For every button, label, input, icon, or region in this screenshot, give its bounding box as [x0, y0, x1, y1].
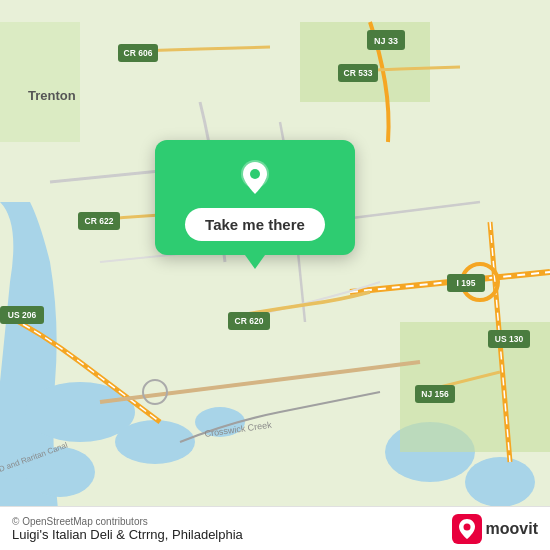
svg-text:US 206: US 206	[8, 310, 37, 320]
svg-text:CR 606: CR 606	[124, 48, 153, 58]
popup-card: Take me there	[155, 140, 355, 255]
bottom-bar: © OpenStreetMap contributors Luigi's Ita…	[0, 506, 550, 550]
svg-text:Trenton: Trenton	[28, 88, 76, 103]
osm-credit: © OpenStreetMap contributors	[12, 516, 243, 527]
moovit-logo: moovit	[452, 514, 538, 544]
svg-text:I 195: I 195	[457, 278, 476, 288]
take-me-there-button[interactable]: Take me there	[185, 208, 325, 241]
svg-rect-9	[0, 22, 80, 142]
svg-rect-7	[300, 22, 430, 102]
svg-point-34	[250, 169, 260, 179]
moovit-brand-icon	[452, 514, 482, 544]
svg-text:NJ 33: NJ 33	[374, 36, 398, 46]
svg-text:CR 622: CR 622	[85, 216, 114, 226]
svg-text:CR 620: CR 620	[235, 316, 264, 326]
bottom-left: © OpenStreetMap contributors Luigi's Ita…	[12, 516, 243, 542]
location-pin-icon	[235, 158, 275, 198]
map-svg: NJ 33 CR 606 CR 533 CR 622 US 206 CR 620…	[0, 0, 550, 550]
svg-text:US 130: US 130	[495, 334, 524, 344]
svg-point-6	[465, 457, 535, 507]
svg-point-36	[463, 523, 470, 530]
place-name: Luigi's Italian Deli & Ctrrng, Philadelp…	[12, 527, 243, 542]
svg-text:CR 533: CR 533	[344, 68, 373, 78]
moovit-brand-text: moovit	[486, 520, 538, 538]
svg-text:NJ 156: NJ 156	[421, 389, 449, 399]
map-container: NJ 33 CR 606 CR 533 CR 622 US 206 CR 620…	[0, 0, 550, 550]
svg-point-2	[115, 420, 195, 464]
